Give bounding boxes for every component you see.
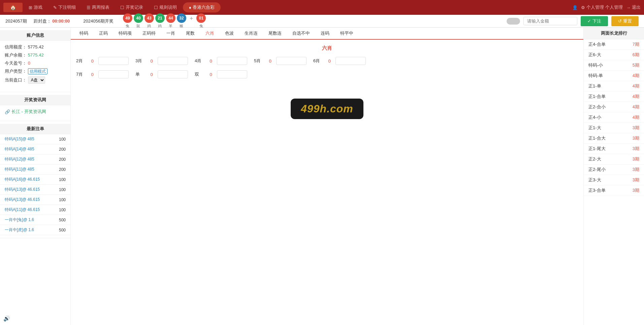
plate-select[interactable]: A盘 B盘 xyxy=(28,76,45,84)
tab-tail-connect[interactable]: 尾数连 xyxy=(263,28,287,40)
amount-input[interactable] xyxy=(523,17,577,25)
nav-lottery-record[interactable]: ☐ 开奖记录 xyxy=(116,2,148,12)
ball-2-wrap: 40 鼠 xyxy=(134,13,143,29)
ball-1-wrap: 49 兔 xyxy=(123,13,132,29)
list-item: 一肖中[虎]@ 1.6 500 xyxy=(0,225,70,235)
account-info: 信用额度： 5775.42 账户余额： 5775.42 今天盈亏： 0 用户类型… xyxy=(0,41,70,89)
order-name-7[interactable]: 特码A[11]@ 46.615 xyxy=(5,207,40,213)
tab-regular[interactable]: 正码 xyxy=(94,28,113,40)
dragon-period-11: 3期 xyxy=(633,156,639,162)
tab-special-item[interactable]: 特码项 xyxy=(113,28,137,40)
dragon-period-9: 3期 xyxy=(633,135,639,141)
lottery-balls: 49 兔 40 鼠 43 鸡 21 鸡 44 羊 32 猴 + 01 兔 xyxy=(123,13,206,29)
nav-bet-detail[interactable]: ✎ 下注明细 xyxy=(49,2,80,12)
credit-value: 5775.42 xyxy=(28,44,44,49)
report-icon: ☰ xyxy=(87,5,91,10)
list-item: 正1-尾大 3期 xyxy=(584,144,644,154)
odds-single: 0 xyxy=(148,72,155,77)
submit-button[interactable]: ✓ 下注 xyxy=(581,16,608,26)
logout-button[interactable]: → 退出 xyxy=(626,4,641,10)
link-icon: 🔗 xyxy=(5,109,10,114)
label-double: 双 xyxy=(195,71,205,77)
reset-icon: ↺ xyxy=(618,19,622,24)
order-name-5[interactable]: 特码A[13]@ 46.615 xyxy=(5,187,40,192)
order-name-0[interactable]: 特码A[15]@ 485 xyxy=(5,136,34,142)
tab-connect[interactable]: 连码 xyxy=(315,28,335,40)
tab-special[interactable]: 特码 xyxy=(74,28,94,40)
watermark-text: 499h.com xyxy=(301,103,353,115)
order-name-4[interactable]: 特码A[16]@ 46.615 xyxy=(5,177,40,182)
input-single[interactable] xyxy=(158,70,188,78)
input-3xiao[interactable] xyxy=(158,57,188,65)
input-double[interactable] xyxy=(217,70,247,78)
order-name-8[interactable]: 一肖中[兔]@ 1.6 xyxy=(5,217,34,223)
content-area: 六肖 2肖 0 3肖 0 4肖 0 5肖 xyxy=(71,40,583,124)
bet-6xiao: 6肖 0 xyxy=(313,57,366,65)
tab-six-zodiac[interactable]: 六肖 xyxy=(200,28,220,40)
ball-5-wrap: 44 羊 xyxy=(166,13,175,29)
order-amount-0: 100 xyxy=(59,137,66,142)
status-bar: 2024057期 距封盘： 00:00:00 2024056期开奖 49 兔 4… xyxy=(0,15,644,28)
home-button[interactable]: 🏠 xyxy=(3,3,23,12)
dragon-name-10: 正1-尾大 xyxy=(588,146,606,152)
account-title: 账户信息 xyxy=(0,30,70,41)
balance-row: 账户余额： 5775.42 xyxy=(5,52,66,58)
list-item: 特码-小 5期 xyxy=(584,60,644,71)
status-right-section: ✓ 下注 ↺ 重置 xyxy=(507,16,639,26)
tab-one-zodiac[interactable]: 一肖 xyxy=(161,28,181,40)
tab-self-select[interactable]: 自选不中 xyxy=(287,28,315,40)
list-item: 正1-合大 3期 xyxy=(584,133,644,144)
dragon-name-3: 特码-单 xyxy=(588,73,603,79)
order-name-1[interactable]: 特码A[14]@ 485 xyxy=(5,146,34,152)
orders-section: 最新注单 特码A[15]@ 485 100 特码A[14]@ 485 200 特… xyxy=(0,121,70,238)
tab-special-hit[interactable]: 特平中 xyxy=(335,28,359,40)
odds-double: 0 xyxy=(207,72,214,77)
watermark-area: 499h.com xyxy=(76,99,578,119)
odds-4xiao: 0 xyxy=(207,59,214,64)
input-4xiao[interactable] xyxy=(217,57,247,65)
profit-value: 0 xyxy=(28,61,30,66)
news-link[interactable]: 🔗 长江 - 开奖资讯网 xyxy=(5,109,66,115)
dragon-period-14: 3期 xyxy=(633,187,639,193)
input-7xiao[interactable] xyxy=(98,70,129,78)
ball-4: 21 xyxy=(155,13,165,23)
sound-icon[interactable]: 🔊 xyxy=(3,315,10,322)
personal-management[interactable]: ⚙ 个人管理个人管理 xyxy=(581,4,623,10)
nav-hk-lottery[interactable]: ♦ 香港六合彩 xyxy=(183,2,221,12)
tab-color-wave[interactable]: 色波 xyxy=(220,28,239,40)
odds-2xiao: 0 xyxy=(89,59,96,64)
nav-biweekly[interactable]: ☰ 两周报表 xyxy=(82,2,114,12)
ball-6: 32 xyxy=(177,13,186,23)
reset-button[interactable]: ↺ 重置 xyxy=(611,16,639,26)
list-item: 正2-尾小 3期 xyxy=(584,165,644,175)
countdown-timer: 00:00:00 xyxy=(52,19,70,24)
tab-zodiac-connect[interactable]: 生肖连 xyxy=(239,28,263,40)
order-name-2[interactable]: 特码A[12]@ 485 xyxy=(5,156,34,162)
order-name-9[interactable]: 一肖中[虎]@ 1.6 xyxy=(5,227,34,233)
dragon-period-1: 6期 xyxy=(633,52,639,58)
input-2xiao[interactable] xyxy=(98,57,129,65)
toggle-switch[interactable] xyxy=(507,18,520,25)
ball-2: 40 xyxy=(134,13,143,23)
nav-games[interactable]: ⊞ 游戏 xyxy=(24,2,47,12)
input-5xiao[interactable] xyxy=(276,57,307,65)
diamond-icon: ♦ xyxy=(189,5,191,10)
bet-7xiao: 7肖 0 xyxy=(76,70,129,78)
dragon-period-7: 4期 xyxy=(633,114,639,120)
list-item: 特码A[13]@ 46.615 100 xyxy=(0,185,70,195)
dragon-name-11: 正2-大 xyxy=(588,156,601,162)
order-name-3[interactable]: 特码A[11]@ 485 xyxy=(5,167,34,172)
current-period: 2024057期 xyxy=(5,18,27,24)
tab-tail[interactable]: 尾数 xyxy=(181,28,200,40)
grid-icon: ⊞ xyxy=(29,5,32,10)
logout-icon: → xyxy=(626,5,631,10)
nav-rules[interactable]: ☐ 规则说明 xyxy=(149,2,182,12)
user-icon-nav[interactable]: 👤 xyxy=(572,5,578,10)
order-name-6[interactable]: 特码A[13]@ 46.615 xyxy=(5,197,40,203)
dragon-name-12: 正2-尾小 xyxy=(588,167,606,173)
order-amount-9: 500 xyxy=(59,228,66,232)
dragon-name-5: 正1-合单 xyxy=(588,94,606,100)
dragon-name-1: 正6-大 xyxy=(588,52,601,58)
tab-regular-special[interactable]: 正码特 xyxy=(137,28,161,40)
input-6xiao[interactable] xyxy=(335,57,366,65)
